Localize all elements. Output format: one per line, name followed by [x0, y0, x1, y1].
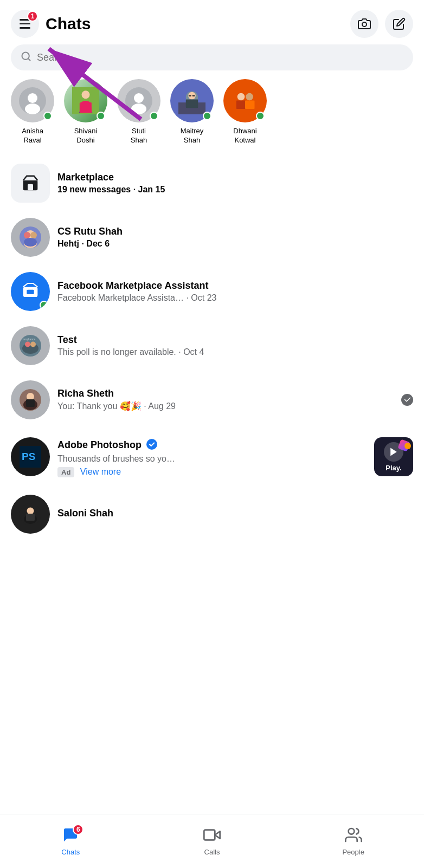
calls-nav-label: Calls	[204, 848, 220, 856]
chat-preview: You: Thank you 🥰🎉 · Aug 29	[57, 401, 394, 411]
richa-sheth-avatar-icon	[20, 389, 41, 411]
svg-rect-18	[186, 100, 198, 108]
nav-icon-chats: 6	[62, 826, 79, 846]
story-item-anisha[interactable]: AnishaRaval	[11, 79, 54, 145]
svg-rect-54	[26, 514, 35, 521]
chat-content-cs-rutu-shah: CS Rutu Shah Hehtj · Dec 6	[57, 226, 413, 249]
online-indicator	[256, 112, 265, 120]
chat-item-saloni-shah[interactable]: Saloni Shah	[0, 487, 424, 541]
header: 1 Chats	[0, 0, 424, 44]
read-receipt	[401, 394, 413, 406]
chat-item-test[interactable]: compliance Test This poll is no longer a…	[0, 319, 424, 373]
svg-point-49	[146, 439, 157, 450]
chat-name: CS Rutu Shah	[57, 226, 413, 237]
svg-point-57	[348, 828, 354, 834]
svg-point-7	[25, 103, 40, 114]
svg-rect-37	[27, 289, 34, 294]
story-name: MaitreyShah	[181, 127, 204, 145]
svg-rect-56	[204, 830, 215, 840]
chat-list: Marketplace 19 new messages · Jan 15 CS …	[0, 156, 424, 595]
svg-point-9	[82, 90, 90, 99]
cs-rutu-shah-avatar-icon	[20, 226, 41, 248]
svg-point-42	[30, 341, 36, 347]
play-label: Play.	[386, 464, 401, 472]
svg-point-0	[362, 22, 367, 27]
chat-avatar-fb-mp-assistant	[11, 272, 50, 311]
chat-item-fb-marketplace-assistant[interactable]: Facebook Marketplace Assistant Facebook …	[0, 264, 424, 319]
camera-icon	[358, 17, 371, 30]
svg-point-41	[25, 341, 30, 347]
chat-content-saloni-shah: Saloni Shah	[57, 508, 413, 521]
svg-marker-55	[215, 831, 220, 838]
story-item-shivani[interactable]: ShivaniDoshi	[64, 79, 107, 145]
svg-rect-20	[192, 95, 195, 96]
camera-button[interactable]	[350, 10, 378, 38]
nav-item-people[interactable]: People	[282, 821, 424, 861]
svg-point-6	[28, 93, 37, 103]
svg-point-13	[131, 103, 146, 114]
chats-nav-badge: 6	[73, 824, 83, 835]
online-indicator	[43, 112, 52, 120]
nav-item-chats[interactable]: 6 Chats	[0, 821, 142, 861]
header-actions	[350, 10, 413, 38]
online-indicator	[203, 112, 211, 120]
chat-avatar-cs-rutu-shah	[11, 218, 50, 257]
compose-button[interactable]	[385, 10, 413, 38]
chat-avatar-saloni-shah	[11, 495, 50, 534]
svg-point-44	[27, 393, 34, 400]
svg-text:compliance: compliance	[22, 338, 36, 341]
story-item-maitrey[interactable]: MaitreyShah	[170, 79, 214, 145]
chat-name: Richa Sheth	[57, 388, 394, 399]
chat-item-adobe-photoshop[interactable]: PS Adobe Photoshop Thousands of brushes …	[0, 427, 424, 487]
chat-content-marketplace: Marketplace 19 new messages · Jan 15	[57, 172, 413, 195]
ad-thumbnail[interactable]: Play.	[374, 437, 413, 476]
ad-row: Ad View more	[57, 467, 367, 477]
chat-content-fb-mp-assistant: Facebook Marketplace Assistant Facebook …	[57, 280, 413, 303]
chat-item-cs-rutu-shah[interactable]: CS Rutu Shah Hehtj · Dec 6	[0, 210, 424, 264]
online-indicator	[97, 112, 105, 120]
calls-nav-icon	[203, 826, 221, 844]
search-input-wrap[interactable]	[11, 44, 413, 70]
svg-point-33	[30, 232, 37, 238]
chat-preview: Thousands of brushes so yo…	[57, 454, 367, 464]
chat-item-richa-sheth[interactable]: Richa Sheth You: Thank you 🥰🎉 · Aug 29	[0, 373, 424, 427]
search-bar	[11, 44, 413, 70]
chat-name: Facebook Marketplace Assistant	[57, 280, 413, 292]
chat-avatar-adobe-photoshop: PS	[11, 437, 50, 476]
svg-point-40	[22, 343, 38, 354]
menu-notification-badge: 1	[27, 11, 38, 22]
story-name: AnishaRaval	[22, 127, 43, 145]
chats-nav-label: Chats	[61, 848, 80, 856]
bottom-nav: 6 Chats Calls People	[0, 814, 424, 868]
svg-rect-23	[236, 100, 246, 109]
search-input[interactable]	[37, 52, 403, 63]
svg-rect-10	[80, 102, 92, 113]
chat-name: Adobe Photoshop	[57, 439, 367, 452]
story-photo-shivani	[72, 87, 99, 114]
story-item-dhwani[interactable]: DhwaniKotwal	[223, 79, 267, 145]
nav-item-calls[interactable]: Calls	[142, 821, 283, 861]
story-name: StutiShah	[131, 127, 147, 145]
svg-point-32	[24, 232, 30, 238]
page-title: Chats	[46, 15, 350, 33]
default-avatar-icon	[125, 87, 152, 114]
play-icon	[388, 446, 399, 457]
svg-point-24	[246, 93, 253, 101]
marketplace-avatar	[11, 164, 50, 203]
nav-icon-people	[345, 826, 362, 846]
svg-marker-50	[390, 448, 397, 456]
test-avatar-icon: compliance	[20, 335, 41, 357]
verified-icon	[146, 439, 157, 450]
svg-rect-28	[28, 184, 33, 190]
chat-preview: Facebook Marketplace Assista… · Oct 23	[57, 293, 413, 303]
chat-item-marketplace[interactable]: Marketplace 19 new messages · Jan 15	[0, 156, 424, 210]
story-item-stuti[interactable]: StutiShah	[117, 79, 160, 145]
marketplace-icon	[20, 172, 41, 194]
view-more-link[interactable]: View more	[80, 467, 121, 476]
svg-point-34	[24, 238, 37, 247]
svg-rect-19	[189, 95, 191, 96]
svg-text:PS: PS	[22, 451, 35, 462]
story-photo-maitrey	[178, 87, 205, 114]
chat-avatar-test: compliance	[11, 326, 50, 365]
menu-button[interactable]: 1	[11, 10, 39, 38]
